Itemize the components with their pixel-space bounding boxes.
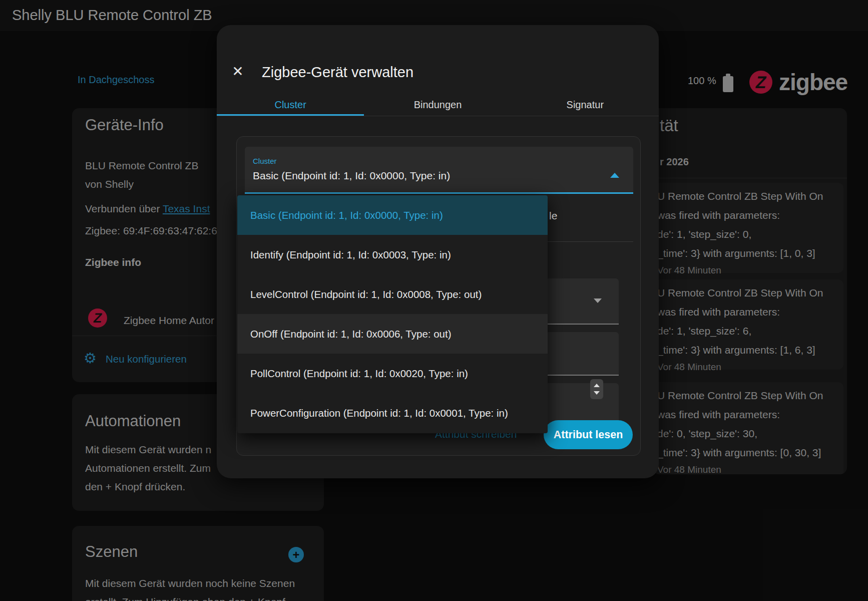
stepper-down-icon[interactable] [594,391,600,395]
dialog-tabs: Cluster Bindungen Signatur [217,94,659,115]
cluster-select-value: Basic (Endpoint id: 1, Id: 0x0000, Type:… [253,170,450,182]
menu-item-onoff[interactable]: OnOff (Endpoint id: 1, Id: 0x0006, Type:… [237,314,548,354]
cluster-select-label: Cluster [253,157,277,165]
tab-cluster[interactable]: Cluster [217,94,364,115]
close-icon[interactable]: ✕ [229,62,247,80]
menu-item-identify[interactable]: Identify (Endpoint id: 1, Id: 0x0003, Ty… [237,235,548,274]
chevron-up-icon [610,173,619,178]
hidden-label-fragment: le [549,210,557,222]
menu-item-basic[interactable]: Basic (Endpoint id: 1, Id: 0x0000, Type:… [237,195,548,235]
stepper-up-icon[interactable] [594,384,600,387]
tab-signatur[interactable]: Signatur [512,94,659,115]
number-stepper[interactable] [590,379,603,399]
read-attribute-button[interactable]: Attribut lesen [544,420,633,449]
menu-item-powerconfiguration[interactable]: PowerConfiguration (Endpoint id: 1, Id: … [237,393,548,433]
cluster-dropdown-menu: Basic (Endpoint id: 1, Id: 0x0000, Type:… [237,195,548,433]
screen: Shelly BLU Remote Control ZB In Dachgesc… [0,0,868,601]
cluster-select[interactable]: Cluster Basic (Endpoint id: 1, Id: 0x000… [245,147,633,194]
chevron-down-icon [594,298,602,303]
select-underline [245,192,633,194]
menu-item-levelcontrol[interactable]: LevelControl (Endpoint id: 1, Id: 0x0008… [237,274,548,314]
tab-bindungen[interactable]: Bindungen [364,94,511,115]
tabs-divider [217,116,659,116]
dialog-title: Zigbee-Gerät verwalten [262,64,413,81]
menu-item-pollcontrol[interactable]: PollControl (Endpoint id: 1, Id: 0x0020,… [237,354,548,393]
